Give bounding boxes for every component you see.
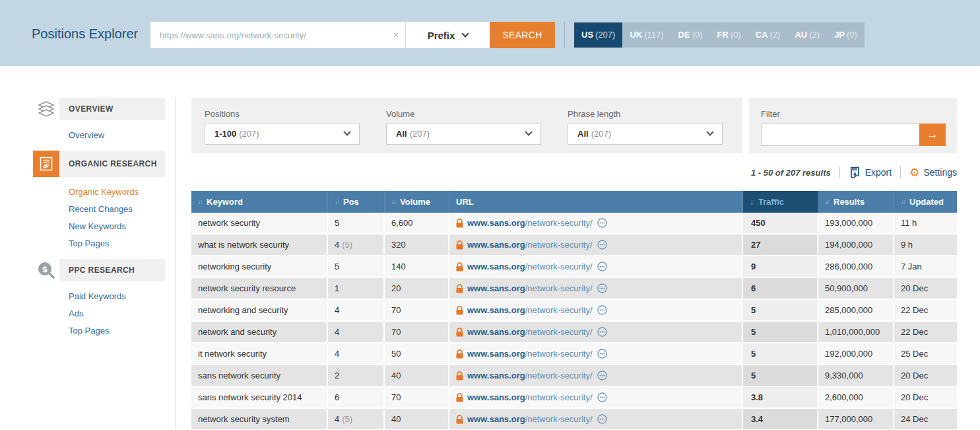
url-domain: www.sans.org/network-security/ bbox=[467, 305, 593, 315]
result-url-link[interactable]: www.sans.org/network-security/ bbox=[456, 262, 593, 271]
sidebar-item-overview[interactable]: Overview bbox=[59, 127, 165, 144]
positions-select[interactable]: 1-100 (207) bbox=[205, 123, 360, 145]
url-options-ellipsis-icon[interactable] bbox=[597, 392, 607, 402]
url-options-ellipsis-icon[interactable] bbox=[597, 414, 607, 424]
keyword-cell: sans network security bbox=[191, 365, 328, 387]
result-url-link[interactable]: www.sans.org/network-security/ bbox=[456, 240, 593, 250]
https-lock-icon bbox=[456, 349, 463, 359]
table-row: network security resource 1 20 www.sans.… bbox=[191, 278, 957, 300]
toolbar-divider bbox=[900, 166, 901, 178]
sidebar-content-divider bbox=[175, 98, 176, 430]
url-options-ellipsis-icon[interactable] bbox=[597, 349, 607, 359]
url-domain: www.sans.org/network-security/ bbox=[467, 240, 593, 250]
keyword-cell: network security resource bbox=[191, 278, 328, 300]
https-lock-icon bbox=[456, 415, 463, 424]
url-options-ellipsis-icon[interactable] bbox=[597, 262, 607, 271]
positions-filter: Positions 1-100 (207) bbox=[205, 109, 360, 145]
column-header-updated[interactable]: ↓↑ Updated bbox=[894, 191, 957, 213]
phrase-length-select[interactable]: All (207) bbox=[568, 123, 723, 145]
https-lock-icon bbox=[456, 371, 463, 380]
result-url-link[interactable]: www.sans.org/network-security/ bbox=[456, 349, 593, 359]
results-cell: 177,000,000 bbox=[818, 409, 894, 430]
column-header-keyword[interactable]: ↓↑ Keyword bbox=[191, 191, 328, 213]
url-options-ellipsis-icon[interactable] bbox=[597, 327, 607, 337]
volume-cell: 140 bbox=[385, 256, 449, 278]
traffic-cell: 5 bbox=[743, 300, 818, 322]
url-options-ellipsis-icon[interactable] bbox=[597, 371, 607, 380]
sort-icon: ↓↑ bbox=[198, 198, 202, 205]
keyword-cell: networking security bbox=[191, 256, 328, 278]
country-code: FR bbox=[717, 30, 729, 40]
url-domain: www.sans.org/network-security/ bbox=[467, 262, 593, 271]
column-header-results[interactable]: ↓↑ Results bbox=[818, 191, 894, 213]
organic-report-icon bbox=[33, 151, 59, 177]
settings-button[interactable]: ⚙ Settings bbox=[909, 167, 957, 178]
sidebar-item-organic-keywords[interactable]: Organic Keywords bbox=[59, 184, 165, 201]
positions-explorer-page: { "header": { "title": "Positions Explor… bbox=[0, 0, 980, 430]
table-row: network security 5 6,600 www.sans.org/ne… bbox=[191, 213, 957, 234]
column-header-volume[interactable]: ↓↑ Volume bbox=[385, 191, 449, 213]
url-options-ellipsis-icon[interactable] bbox=[597, 240, 607, 250]
position-value: 4 bbox=[335, 240, 339, 250]
country-tab-jp[interactable]: JP(0) bbox=[827, 22, 865, 48]
section-label-overview: OVERVIEW bbox=[59, 98, 165, 120]
table-row: networking security 5 140 www.sans.org/n… bbox=[191, 256, 957, 278]
filter-input[interactable] bbox=[761, 124, 919, 146]
position-cell: 5 bbox=[328, 213, 385, 234]
updated-cell: 20 Dec bbox=[894, 387, 957, 409]
sort-icon: ↓↑ bbox=[901, 198, 905, 205]
result-url-link[interactable]: www.sans.org/network-security/ bbox=[456, 392, 593, 402]
export-button[interactable]: CSV Export bbox=[849, 166, 892, 179]
column-header-url[interactable]: URL bbox=[449, 191, 743, 213]
url-cell: www.sans.org/network-security/ bbox=[449, 213, 743, 234]
position-cell: 6 bbox=[328, 387, 385, 409]
table-row: sans network security 2 40 www.sans.org/… bbox=[191, 365, 957, 387]
sidebar-section-ppc-research: $ PPC RESEARCH bbox=[33, 259, 165, 281]
country-code: US bbox=[581, 30, 593, 40]
match-type-dropdown[interactable]: Prefix bbox=[405, 22, 490, 48]
country-count: (117) bbox=[644, 30, 663, 40]
country-tab-de[interactable]: DE(0) bbox=[671, 22, 710, 48]
country-tab-uk[interactable]: UK(117) bbox=[622, 22, 670, 48]
clear-input-icon[interactable]: ✕ bbox=[387, 22, 405, 48]
country-tab-us[interactable]: US(207) bbox=[574, 22, 622, 48]
column-header-traffic-sorted[interactable]: ↓ Traffic bbox=[743, 191, 818, 213]
country-tab-ca[interactable]: CA(2) bbox=[748, 22, 788, 48]
url-cell: www.sans.org/network-security/ bbox=[449, 256, 743, 278]
sidebar-item-ads[interactable]: Ads bbox=[59, 305, 165, 322]
result-url-link[interactable]: www.sans.org/network-security/ bbox=[456, 371, 593, 380]
keyword-cell: network security system bbox=[191, 409, 328, 430]
sidebar-item-paid-keywords[interactable]: Paid Keywords bbox=[59, 288, 165, 305]
sidebar-item-ppc-top-pages[interactable]: Top Pages bbox=[59, 322, 165, 340]
position-value: 6 bbox=[335, 392, 339, 402]
url-search-input[interactable] bbox=[150, 22, 387, 48]
search-button[interactable]: SEARCH bbox=[490, 22, 555, 48]
volume-select[interactable]: All (207) bbox=[386, 123, 541, 145]
volume-cell: 70 bbox=[385, 387, 449, 409]
country-code: DE bbox=[678, 30, 690, 40]
volume-count: (207) bbox=[410, 129, 430, 139]
country-tab-fr[interactable]: FR(0) bbox=[710, 22, 748, 48]
result-url-link[interactable]: www.sans.org/network-security/ bbox=[456, 218, 593, 228]
sidebar-item-recent-changes[interactable]: Recent Changes bbox=[59, 201, 165, 218]
apply-filter-button[interactable]: → bbox=[919, 124, 946, 146]
column-header-pos[interactable]: ↓↑ Pos bbox=[328, 191, 385, 213]
sidebar-item-top-pages[interactable]: Top Pages bbox=[59, 235, 165, 252]
table-row: what is network security 4 (5) 320 www.s… bbox=[191, 234, 957, 256]
url-options-ellipsis-icon[interactable] bbox=[597, 305, 607, 315]
result-url-link[interactable]: www.sans.org/network-security/ bbox=[456, 327, 593, 337]
results-toolbar: 1 - 50 of 207 results CSV Export ⚙ Setti… bbox=[191, 164, 957, 181]
result-url-link[interactable]: www.sans.org/network-security/ bbox=[456, 414, 593, 424]
country-tab-au[interactable]: AU(2) bbox=[787, 22, 827, 48]
country-count: (207) bbox=[595, 30, 615, 40]
position-value: 4 bbox=[335, 349, 339, 359]
organic-research-links: Organic Keywords Recent Changes New Keyw… bbox=[59, 184, 165, 252]
result-url-link[interactable]: www.sans.org/network-security/ bbox=[456, 283, 593, 293]
sidebar-item-new-keywords[interactable]: New Keywords bbox=[59, 218, 165, 235]
traffic-cell: 5 bbox=[743, 365, 818, 387]
position-value: 1 bbox=[335, 283, 339, 293]
url-options-ellipsis-icon[interactable] bbox=[597, 283, 607, 293]
results-cell: 285,000,000 bbox=[818, 300, 894, 322]
url-options-ellipsis-icon[interactable] bbox=[597, 218, 607, 228]
result-url-link[interactable]: www.sans.org/network-security/ bbox=[456, 305, 593, 315]
